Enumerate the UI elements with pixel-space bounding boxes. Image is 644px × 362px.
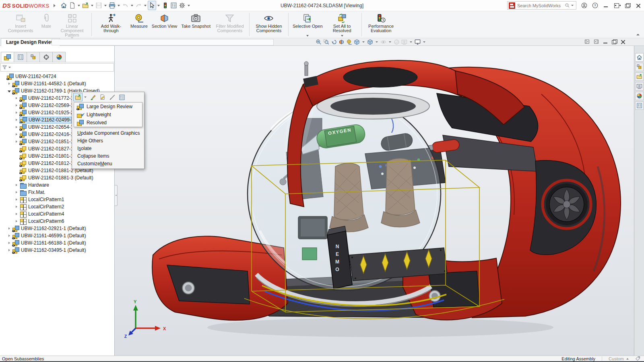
search-icon[interactable] bbox=[565, 3, 570, 8]
resize-button[interactable] bbox=[613, 2, 620, 9]
menu-customize-menu[interactable]: Customize Menu bbox=[72, 160, 144, 167]
view-orient-caret-icon[interactable] bbox=[362, 41, 365, 43]
file-properties-button[interactable] bbox=[169, 1, 178, 10]
view-palette-button[interactable] bbox=[635, 82, 644, 90]
search-input[interactable] bbox=[517, 3, 565, 8]
measure-button[interactable]: Measure bbox=[128, 12, 150, 37]
select-caret-icon[interactable] bbox=[157, 5, 160, 6]
expand-arrow-icon[interactable] bbox=[14, 125, 19, 130]
performance-evaluation-button[interactable]: Performance Evaluation bbox=[364, 12, 398, 37]
expand-arrow-icon[interactable] bbox=[14, 219, 19, 224]
tab-displaymanager[interactable] bbox=[52, 52, 66, 62]
rebuild-button[interactable] bbox=[161, 1, 169, 10]
show-hidden-components-button[interactable]: Show Hidden Components bbox=[252, 12, 286, 37]
doc-restore-icon[interactable] bbox=[612, 39, 617, 44]
mode-large-design-review[interactable]: Large Design Review bbox=[74, 103, 142, 111]
section-view-button[interactable]: Section View bbox=[150, 12, 179, 37]
tree-item[interactable]: UBW-21162-01881-3 (Default) bbox=[0, 174, 114, 181]
expand-arrow-icon[interactable] bbox=[14, 197, 19, 202]
mode-resolved[interactable]: Resolved bbox=[74, 119, 142, 127]
help-button[interactable] bbox=[592, 2, 598, 9]
open-caret-icon[interactable] bbox=[91, 5, 93, 6]
tab-propertymanager[interactable] bbox=[14, 52, 27, 62]
expand-arrow-icon[interactable] bbox=[14, 205, 19, 209]
expand-arrow-icon[interactable] bbox=[14, 103, 19, 108]
set-all-to-resolved-button[interactable]: Set All to Resolved bbox=[325, 12, 359, 37]
tree-item[interactable]: Fix.Mat. bbox=[0, 189, 114, 196]
3d-model[interactable]: Y X Z bbox=[115, 46, 634, 356]
doc-minimize-icon[interactable] bbox=[603, 39, 608, 44]
brand-flyout-arrow-icon[interactable] bbox=[54, 4, 56, 7]
panel-collapse-handle[interactable] bbox=[115, 185, 118, 206]
file-explorer-button[interactable] bbox=[635, 72, 644, 81]
collapse-arrow-icon[interactable] bbox=[7, 89, 12, 93]
expand-arrow-icon[interactable] bbox=[14, 190, 19, 195]
menu-collapse-items[interactable]: Collapse Items bbox=[72, 152, 144, 160]
new-document-button[interactable] bbox=[68, 1, 76, 10]
open-drawing-button[interactable] bbox=[98, 93, 107, 101]
open-component-button[interactable] bbox=[73, 93, 83, 101]
display-style-icon[interactable] bbox=[367, 39, 374, 45]
tree-item[interactable]: UBW-21162-03495-1 (Default) bbox=[0, 247, 114, 254]
expand-arrow-icon[interactable] bbox=[14, 96, 19, 101]
search-caret-icon[interactable] bbox=[571, 5, 574, 6]
display-style-caret-icon[interactable] bbox=[376, 41, 378, 43]
tab-dimxpertmanager[interactable] bbox=[39, 52, 53, 62]
expand-arrow-icon[interactable] bbox=[7, 82, 12, 86]
new-document-caret-icon[interactable] bbox=[78, 5, 80, 6]
tree-item[interactable]: UBW-21161-44582-1 (Default) bbox=[0, 80, 114, 87]
take-snapshot-button[interactable]: Take Snapshot bbox=[179, 12, 213, 37]
selective-open-button[interactable]: Selective Open bbox=[291, 12, 325, 37]
expand-arrow-icon[interactable] bbox=[14, 118, 19, 122]
options-button[interactable] bbox=[178, 1, 186, 10]
tags-icon[interactable] bbox=[635, 356, 640, 361]
tree-item[interactable]: UBW-21161-46599-1 (Default) bbox=[0, 232, 114, 239]
search-box[interactable] bbox=[507, 1, 576, 10]
tree-item[interactable]: LocalCirPattern6 bbox=[0, 218, 114, 225]
section-view-hud-icon[interactable] bbox=[338, 39, 345, 45]
tree-item[interactable]: LocalCirPattern2 bbox=[0, 203, 114, 210]
tab-featuremanager[interactable] bbox=[1, 52, 14, 62]
configuration-dropdown[interactable]: Custom bbox=[609, 356, 629, 361]
home-button[interactable] bbox=[60, 1, 68, 10]
add-walkthrough-button[interactable]: Add Walk-through bbox=[94, 12, 128, 37]
expand-arrow-icon[interactable] bbox=[7, 226, 12, 231]
open-mode-caret-icon[interactable] bbox=[84, 97, 87, 98]
close-button[interactable] bbox=[635, 2, 642, 9]
tree-item[interactable]: UBW-21161-66188-1 (Default) bbox=[0, 239, 114, 247]
view-orient-icon[interactable] bbox=[353, 39, 360, 45]
mode-lightweight[interactable]: Lightweight bbox=[74, 111, 142, 119]
tree-item[interactable]: LocalCirPattern4 bbox=[0, 210, 114, 218]
restore-button[interactable] bbox=[624, 2, 631, 9]
tree-item[interactable]: UBW-21162-02921-1 (Default) bbox=[0, 225, 114, 232]
menu-isolate[interactable]: Isolate bbox=[72, 144, 144, 152]
ribbon-collapse-button[interactable] bbox=[636, 33, 640, 35]
component-properties-button[interactable] bbox=[117, 93, 126, 101]
expand-arrow-icon[interactable] bbox=[14, 183, 19, 187]
measure-hud-icon[interactable] bbox=[346, 39, 353, 45]
filter-funnel-icon[interactable] bbox=[2, 65, 7, 70]
design-library-button[interactable] bbox=[635, 63, 644, 71]
login-button[interactable] bbox=[581, 2, 587, 9]
view-settings-icon[interactable] bbox=[414, 39, 421, 45]
tree-item[interactable]: UBW-21162-04724 bbox=[0, 73, 114, 80]
pane-left-icon[interactable] bbox=[584, 39, 590, 44]
expand-arrow-icon[interactable] bbox=[14, 111, 19, 115]
menu-update-component-graphics[interactable]: Update Component Graphics bbox=[72, 129, 144, 137]
zoom-to-fit-icon[interactable] bbox=[315, 39, 322, 45]
tree-item[interactable]: LocalCirPattern1 bbox=[0, 196, 114, 203]
tree-item[interactable]: Hardware bbox=[0, 181, 114, 189]
set-to-resolved-button[interactable] bbox=[88, 93, 97, 101]
expand-arrow-icon[interactable] bbox=[14, 212, 19, 216]
expand-arrow-icon[interactable] bbox=[7, 234, 12, 238]
appearances-scenes-button[interactable] bbox=[635, 92, 644, 100]
selective-open-caret-icon[interactable] bbox=[306, 35, 309, 37]
expand-arrow-icon[interactable] bbox=[14, 140, 19, 144]
zoom-to-area-icon[interactable] bbox=[323, 39, 330, 45]
open-button[interactable] bbox=[81, 1, 90, 10]
custom-properties-button[interactable] bbox=[635, 101, 644, 110]
minimize-button[interactable] bbox=[603, 2, 609, 9]
tab-large-design-review[interactable]: Large Design Review bbox=[1, 38, 60, 46]
tree-filter[interactable] bbox=[0, 63, 114, 72]
options-caret-icon[interactable] bbox=[188, 5, 190, 6]
